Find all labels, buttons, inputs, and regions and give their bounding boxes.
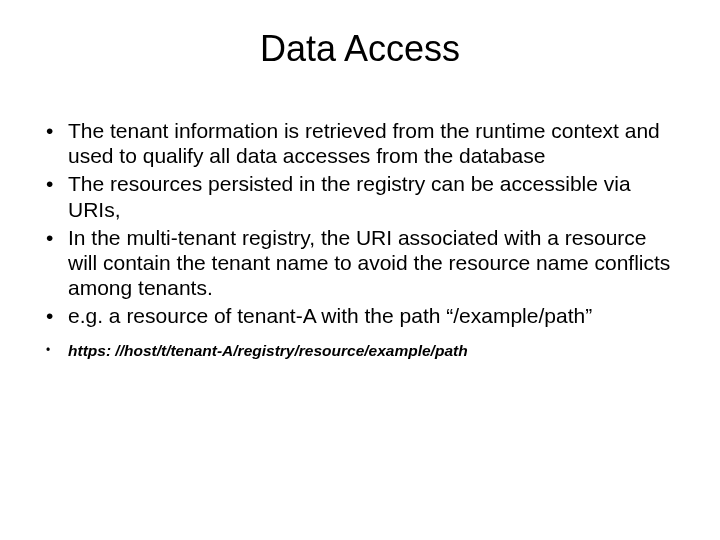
list-item-uri: https: //host/t/tenant-A/registry/resour… bbox=[40, 341, 680, 361]
page-title: Data Access bbox=[40, 28, 680, 70]
list-item: The tenant information is retrieved from… bbox=[40, 118, 680, 168]
list-item: The resources persisted in the registry … bbox=[40, 171, 680, 221]
bullet-list: The tenant information is retrieved from… bbox=[40, 118, 680, 361]
list-item: e.g. a resource of tenant-A with the pat… bbox=[40, 303, 680, 328]
slide: Data Access The tenant information is re… bbox=[0, 0, 720, 540]
list-item: In the multi-tenant registry, the URI as… bbox=[40, 225, 680, 301]
